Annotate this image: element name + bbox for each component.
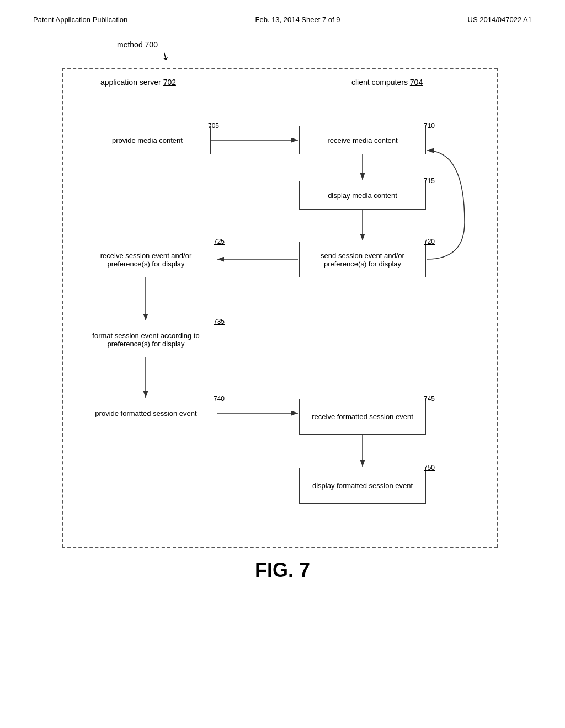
divider-line	[280, 68, 281, 548]
step-740: 740	[214, 395, 225, 403]
step-705: 705	[208, 122, 219, 130]
box-740: provide formatted session event	[76, 399, 216, 427]
col-header-left: application server 702	[100, 78, 176, 87]
step-720: 720	[424, 238, 435, 245]
step-735: 735	[214, 318, 225, 325]
box-720: send session event and/or preference(s) …	[299, 242, 426, 277]
header-right: US 2014/047022 A1	[468, 15, 532, 24]
box-750: display formatted session event	[299, 468, 426, 504]
box-735: format session event according to prefer…	[76, 322, 216, 357]
box-705: provide media content	[84, 126, 211, 154]
box-710: receive media content	[299, 126, 426, 154]
col-header-right: client computers 704	[351, 78, 423, 87]
header-center: Feb. 13, 2014 Sheet 7 of 9	[255, 15, 340, 24]
method-arrow: ↘	[159, 49, 172, 64]
box-715: display media content	[299, 181, 426, 210]
box-725: receive session event and/or preference(…	[76, 242, 216, 277]
step-710: 710	[424, 122, 435, 130]
step-750: 750	[424, 464, 435, 472]
method-label: method 700	[117, 40, 158, 49]
header-left: Patent Application Publication	[33, 15, 127, 24]
step-745: 745	[424, 395, 435, 403]
fig-label: FIG. 7	[0, 559, 565, 582]
step-725: 725	[214, 238, 225, 245]
box-745: receive formatted session event	[299, 399, 426, 435]
step-715: 715	[424, 177, 435, 185]
patent-header: Patent Application Publication Feb. 13, …	[0, 0, 565, 29]
